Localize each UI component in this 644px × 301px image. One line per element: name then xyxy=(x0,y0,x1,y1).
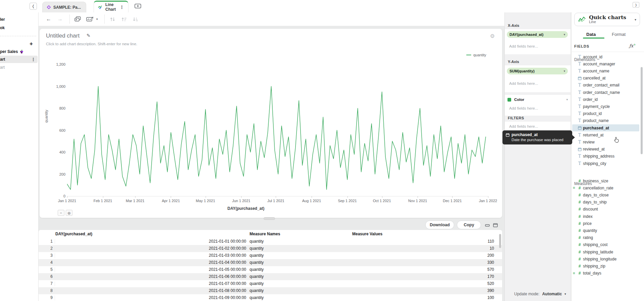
chevron-down-icon[interactable]: ▾ xyxy=(566,98,568,101)
y-axis-field-pill[interactable]: SUM(quantity) ▾ xyxy=(507,68,568,74)
remove-chart-icon[interactable] xyxy=(86,15,94,23)
x-axis-field-pill[interactable]: DAY(purchased_at) ▾ xyxy=(507,31,568,38)
dimension-item-review[interactable]: Treview xyxy=(572,138,639,145)
tab-menu-icon[interactable]: ⋮ xyxy=(120,5,124,10)
panel-toggle-icon[interactable]: ❭ xyxy=(633,2,639,8)
color-add-fields[interactable]: Add fields here... xyxy=(509,106,538,110)
dimension-item-account_manager[interactable]: Taccount_manager xyxy=(572,60,639,67)
new-tab-icon[interactable] xyxy=(134,3,143,10)
tab-format[interactable]: Format xyxy=(612,32,626,37)
sort-ascending-icon[interactable] xyxy=(121,15,127,23)
duplicate-chart-icon[interactable] xyxy=(74,15,82,23)
measure-item-days_to_ship[interactable]: #days_to_ship xyxy=(572,199,639,206)
zoom-reset-button[interactable]: ◎ xyxy=(66,210,72,216)
dimension-item-account_name[interactable]: Taccount_name xyxy=(572,67,639,74)
column-header-date[interactable]: DAY(purchased_at) xyxy=(55,232,92,236)
sidebar-item-chart[interactable]: art xyxy=(0,64,5,71)
dimension-item-account_id[interactable]: Taccount_id xyxy=(572,53,639,60)
edit-pencil-icon[interactable]: ✎ xyxy=(87,33,91,38)
table-scrollbar[interactable] xyxy=(499,234,501,248)
measure-item-shipping_latitude[interactable]: #shipping_latitude xyxy=(572,248,639,255)
chart-type-selector[interactable]: Quick charts Line ▾ xyxy=(574,13,640,26)
y-axis-shelf[interactable]: SUM(quantity) ▾ Add fields here... xyxy=(505,65,571,92)
table-row[interactable]: 72021-01-07 00:00:00quantity520 xyxy=(39,280,502,287)
column-header-measure-names[interactable]: Measure Names xyxy=(250,232,280,236)
chevron-down-icon[interactable]: ▾ xyxy=(564,33,565,36)
table-row[interactable]: 62021-01-06 00:00:00quantity170 xyxy=(39,273,502,280)
color-shelf[interactable]: Color ▾ Add fields here... xyxy=(505,95,571,116)
chart-type-dropdown-chevron[interactable]: ▾ xyxy=(96,15,98,23)
copy-button[interactable]: Copy xyxy=(457,221,481,229)
chevron-down-icon[interactable]: ▾ xyxy=(635,18,636,21)
dimension-item-reviewed_at[interactable]: reviewed_at xyxy=(572,146,639,153)
x-axis-add-fields[interactable]: Add fields here... xyxy=(509,44,538,48)
measure-item-price[interactable]: #price xyxy=(572,220,639,227)
redo-forward-icon[interactable]: → xyxy=(57,15,63,23)
measure-item-shipping_cost[interactable]: #shipping_cost xyxy=(572,241,639,248)
chart-settings-gear-icon[interactable]: ⚙ xyxy=(490,33,495,39)
update-mode-value[interactable]: Automatic xyxy=(542,292,562,296)
tab-line-chart[interactable]: Line Chart ⋮ xyxy=(94,1,128,12)
sort-swap-icon[interactable] xyxy=(110,15,116,23)
measure-item-total_days[interactable]: =#total_days xyxy=(572,270,639,277)
collapse-table-icon[interactable] xyxy=(485,223,490,229)
dimension-item-product_id[interactable]: Tproduct_id xyxy=(572,110,639,117)
table-row[interactable]: 82021-01-08 00:00:00quantity390 xyxy=(39,287,502,294)
color-shelf-row[interactable]: Color ▾ xyxy=(507,98,568,102)
measure-item-shipping_longitude[interactable]: #shipping_longitude xyxy=(572,255,639,262)
table-row[interactable]: 32021-01-03 00:00:00quantity200 xyxy=(39,252,502,259)
tab-sample-workbook[interactable]: SAMPLE: Pa... xyxy=(42,2,86,12)
number-type-icon: # xyxy=(576,207,583,212)
chart-item-menu-icon[interactable]: ⋮ xyxy=(31,57,36,62)
chart-title[interactable]: Untitled chart xyxy=(46,33,79,39)
measure-item-rating[interactable]: #rating xyxy=(572,234,639,241)
measure-item-discount[interactable]: #discount xyxy=(572,206,639,213)
chevron-down-icon[interactable]: ▾ xyxy=(564,69,565,73)
dimension-item-shipping_address[interactable]: Tshipping_address xyxy=(572,153,639,160)
chart-description-placeholder[interactable]: Click to add chart description. Shift-en… xyxy=(46,42,137,46)
measure-item-days_to_close[interactable]: #days_to_close xyxy=(572,191,639,198)
measure-item-index[interactable]: #index xyxy=(572,213,639,220)
filters-add-fields[interactable]: Add fields here... xyxy=(509,124,538,128)
measure-item-cancellation_rate[interactable]: =#cancellation_rate xyxy=(572,184,639,191)
chevron-down-icon[interactable]: ▾ xyxy=(565,292,566,296)
zoom-out-button[interactable]: − xyxy=(58,210,64,216)
dimension-item-payment_cycle[interactable]: Tpayment_cycle xyxy=(572,103,639,110)
column-header-measure-values[interactable]: Measure Values xyxy=(352,232,382,236)
sort-descending-icon[interactable] xyxy=(132,15,139,23)
measure-item-quantity[interactable]: #quantity xyxy=(572,227,639,234)
table-row[interactable]: 92021-01-09 00:00:00quantity100 xyxy=(39,294,502,301)
update-mode-row[interactable]: Update mode: Automatic ▾ xyxy=(514,292,566,296)
sidebar-item-chart-active[interactable]: art ⋮ xyxy=(0,56,38,63)
measure-item-shipping_zip[interactable]: #shipping_zip xyxy=(572,262,639,269)
dimension-item-order_id[interactable]: Torder_id xyxy=(572,96,639,103)
x-axis-shelf[interactable]: DAY(purchased_at) ▾ Add fields here... xyxy=(505,29,571,54)
fields-scrollbar[interactable] xyxy=(641,67,643,154)
panel-resize-handle[interactable] xyxy=(264,217,275,220)
add-calculated-field-icon[interactable]: ƒx+ xyxy=(629,43,636,48)
dimension-item-returned_at[interactable]: Treturned_at xyxy=(572,131,639,138)
expand-table-icon[interactable] xyxy=(493,223,498,229)
sidebar-item-fragment[interactable]: ok xyxy=(0,25,5,30)
dimension-item-shipping_city[interactable]: Tshipping_city xyxy=(572,160,639,167)
table-row[interactable]: 22021-01-02 00:00:00quantity10 xyxy=(39,245,502,252)
table-row[interactable]: 12021-01-01 00:00:00quantity110 xyxy=(39,238,502,245)
number-type-icon: # xyxy=(576,228,583,233)
undo-back-icon[interactable]: ← xyxy=(46,15,51,23)
dimension-item-cancelled_at[interactable]: cancelled_at xyxy=(572,75,639,82)
dimension-item-order_contact_email[interactable]: Torder_contact_email xyxy=(572,82,639,89)
measure-item-business_size[interactable]: #business_size xyxy=(572,177,639,184)
table-row[interactable]: 42021-01-04 00:00:00quantity330 xyxy=(39,259,502,266)
y-axis-add-fields[interactable]: Add fields here... xyxy=(509,81,538,85)
sidebar-item-workbook[interactable]: per Sales xyxy=(0,48,24,55)
dimension-item-order_contact_name[interactable]: Torder_contact_name xyxy=(572,89,639,96)
dimension-item-purchased_at[interactable]: purchased_at xyxy=(572,124,639,131)
add-chart-button[interactable]: + xyxy=(30,41,33,47)
sidebar-collapse-icon[interactable]: ❬ xyxy=(30,3,37,10)
download-button[interactable]: Download xyxy=(425,221,454,229)
tab-data[interactable]: Data xyxy=(586,32,596,37)
line-chart-plot[interactable] xyxy=(67,64,488,196)
dimension-item-product_name[interactable]: Tproduct_name xyxy=(572,117,639,124)
sidebar-item-fragment[interactable]: ler xyxy=(0,17,5,22)
table-row[interactable]: 52021-01-05 00:00:00quantity570 xyxy=(39,266,502,273)
